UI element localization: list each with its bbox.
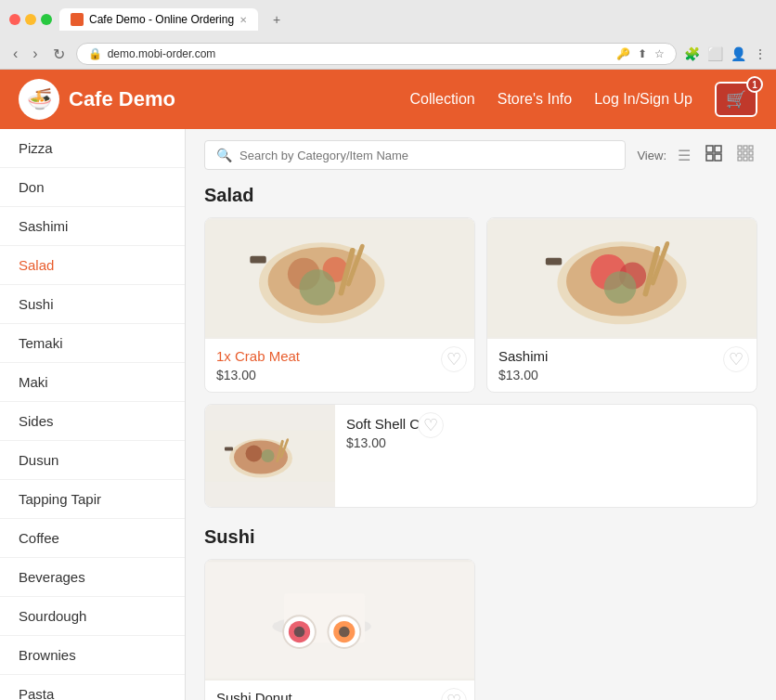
favorite-button-sashimi-salad[interactable]: ♡ xyxy=(723,346,749,372)
svg-rect-0 xyxy=(706,146,713,152)
sidebar-item-coffee[interactable]: Coffee xyxy=(0,519,185,558)
view-label: View: xyxy=(637,149,666,162)
logo-wrap: 🍜 Cafe Demo xyxy=(19,79,175,120)
item-image-soft-shell-crab xyxy=(205,405,335,507)
item-image-sushi-donut xyxy=(205,560,474,681)
stores-info-nav[interactable]: Store's Info xyxy=(498,91,572,108)
sidebar-item-pizza[interactable]: Pizza xyxy=(0,129,185,168)
reload-button[interactable]: ↻ xyxy=(49,44,69,65)
sidebar-item-don[interactable]: Don xyxy=(0,168,185,207)
item-price-sashimi-salad: $13.00 xyxy=(498,368,745,382)
grid-view-3-button[interactable] xyxy=(733,141,757,169)
favorite-button-crab-meat[interactable]: ♡ xyxy=(441,346,467,372)
item-info-sashimi-salad: ♡ Sashimi $13.00 xyxy=(487,339,757,392)
sushi-grid: ♡ Sushi Donut $11.00 xyxy=(204,559,757,700)
cart-button[interactable]: 🛒 1 xyxy=(715,82,757,117)
content-area: 🔍 View: ☰ Salad xyxy=(186,129,776,700)
bookmark-icon: ☆ xyxy=(654,47,665,60)
browser-tab[interactable]: Cafe Demo - Online Ordering ✕ xyxy=(59,8,258,31)
sidebar-item-sides[interactable]: Sides xyxy=(0,402,185,441)
item-info-soft-shell-crab: ♡ Soft Shell Crab $13.00 xyxy=(335,405,451,507)
search-icon: 🔍 xyxy=(216,148,232,162)
url-text: demo.mobi-order.com xyxy=(108,47,216,60)
item-image-sashimi-salad xyxy=(487,218,757,339)
view-controls: View: ☰ xyxy=(637,141,757,169)
svg-rect-11 xyxy=(744,157,747,161)
svg-rect-5 xyxy=(744,146,747,149)
item-name-crab-meat: 1x Crab Meat xyxy=(216,348,463,364)
section-title-salad: Salad xyxy=(204,185,757,206)
browser-chrome: Cafe Demo - Online Ordering ✕ + ‹ › ↻ 🔒 … xyxy=(0,0,776,70)
search-input-wrap: 🔍 xyxy=(204,140,626,170)
app-title: Cafe Demo xyxy=(69,87,175,111)
svg-rect-8 xyxy=(744,151,747,155)
forward-button[interactable]: › xyxy=(29,44,41,64)
logo-icon: 🍜 xyxy=(19,79,59,120)
sidebar-item-temaki[interactable]: Temaki xyxy=(0,324,185,363)
item-card-crab-meat[interactable]: ♡ 1x Crab Meat $13.00 xyxy=(204,217,475,393)
item-card-soft-shell-crab-salad[interactable]: ♡ Soft Shell Crab $13.00 xyxy=(204,404,757,508)
sidebar-item-sushi[interactable]: Sushi xyxy=(0,285,185,324)
svg-point-18 xyxy=(300,269,336,305)
section-title-sushi: Sushi xyxy=(204,526,757,548)
svg-rect-21 xyxy=(250,256,265,264)
svg-rect-30 xyxy=(546,258,562,266)
close-dot[interactable] xyxy=(9,14,20,25)
search-input[interactable] xyxy=(239,149,614,162)
item-card-sashimi-salad[interactable]: ♡ Sashimi $13.00 xyxy=(486,217,757,393)
item-name-sushi-donut: Sushi Donut xyxy=(216,690,463,700)
svg-rect-2 xyxy=(706,154,713,161)
grid-view-2-button[interactable] xyxy=(702,141,726,169)
svg-rect-12 xyxy=(749,157,753,161)
sidebar-item-sourdough[interactable]: Sourdough xyxy=(0,597,185,636)
sidebar-item-salad[interactable]: Salad xyxy=(0,246,185,285)
favorite-button-soft-shell-crab[interactable]: ♡ xyxy=(418,412,444,438)
item-price-crab-meat: $13.00 xyxy=(216,368,463,382)
item-info-sushi-donut: ♡ Sushi Donut $11.00 xyxy=(205,681,474,700)
sidebar-item-tapping-tapir[interactable]: Tapping Tapir xyxy=(0,480,185,519)
sidebar-item-brownies[interactable]: Brownies xyxy=(0,636,185,675)
sidebar-item-beverages[interactable]: Beverages xyxy=(0,558,185,597)
cart-badge: 1 xyxy=(746,76,763,93)
sidebar-item-maki[interactable]: Maki xyxy=(0,363,185,402)
sidebar-item-dusun[interactable]: Dusun xyxy=(0,441,185,480)
svg-point-46 xyxy=(294,627,305,638)
share-icon: ⬆ xyxy=(638,47,647,60)
header-nav: Collection Store's Info Log In/Sign Up 🛒… xyxy=(409,82,757,117)
tab-favicon xyxy=(71,13,84,26)
svg-rect-6 xyxy=(749,146,753,149)
search-row: 🔍 View: ☰ xyxy=(204,140,757,170)
svg-rect-7 xyxy=(738,151,742,155)
svg-point-34 xyxy=(246,446,263,462)
sidebar-item-pasta[interactable]: Pasta xyxy=(0,675,185,700)
minimize-dot[interactable] xyxy=(25,14,36,25)
item-info-crab-meat: ♡ 1x Crab Meat $13.00 xyxy=(205,339,474,392)
tab-title: Cafe Demo - Online Ordering xyxy=(89,13,234,26)
list-view-button[interactable]: ☰ xyxy=(674,143,694,168)
tab-close-icon[interactable]: ✕ xyxy=(239,15,247,25)
svg-rect-3 xyxy=(715,154,721,161)
svg-point-27 xyxy=(604,271,637,304)
main-layout: Pizza Don Sashimi Salad Sushi Temaki Mak… xyxy=(0,129,776,700)
svg-rect-9 xyxy=(749,151,753,155)
new-tab-button[interactable]: + xyxy=(265,7,288,32)
item-card-sushi-donut[interactable]: ♡ Sushi Donut $11.00 xyxy=(204,559,475,700)
collection-nav[interactable]: Collection xyxy=(409,91,474,108)
lock-icon: 🔒 xyxy=(88,47,102,60)
item-name-sashimi-salad: Sashimi xyxy=(498,348,745,364)
login-nav[interactable]: Log In/Sign Up xyxy=(594,91,692,108)
maximize-dot[interactable] xyxy=(41,14,52,25)
menu-icon[interactable]: ⋮ xyxy=(754,46,767,61)
salad-grid: ♡ 1x Crab Meat $13.00 xyxy=(204,217,757,508)
sidebar-item-sashimi[interactable]: Sashimi xyxy=(0,207,185,246)
key-icon: 🔑 xyxy=(616,47,630,60)
profile-icon[interactable]: 👤 xyxy=(731,46,746,61)
svg-rect-4 xyxy=(738,146,742,149)
item-price-soft-shell-crab-salad: $13.00 xyxy=(346,435,440,450)
svg-point-47 xyxy=(339,627,350,638)
address-bar[interactable]: 🔒 demo.mobi-order.com 🔑 ⬆ ☆ xyxy=(76,43,677,65)
back-button[interactable]: ‹ xyxy=(9,44,21,64)
window-icon[interactable]: ⬜ xyxy=(707,46,723,61)
extensions-icon[interactable]: 🧩 xyxy=(684,46,700,61)
svg-rect-38 xyxy=(225,447,233,451)
